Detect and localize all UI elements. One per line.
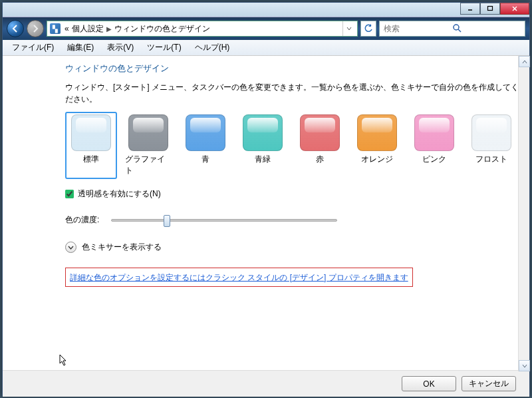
svg-line-5 xyxy=(458,29,461,32)
minimize-button[interactable] xyxy=(460,3,480,15)
cancel-button[interactable]: キャンセル xyxy=(462,376,516,391)
maximize-button[interactable] xyxy=(480,3,500,15)
menu-help[interactable]: ヘルプ(H) xyxy=(190,41,235,55)
page-title: ウィンドウの色とデザイン xyxy=(65,63,520,75)
ok-button[interactable]: OK xyxy=(402,376,456,391)
swatch-color-box xyxy=(186,114,225,151)
content-area: ウィンドウの色とデザイン ウィンドウ、[スタート] メニュー、タスクバーの色を変… xyxy=(3,56,529,370)
swatch-color-box xyxy=(300,114,340,151)
advanced-options-link[interactable]: 詳細な色のオプションを設定するにはクラシック スタイルの [デザイン] プロパテ… xyxy=(70,273,408,282)
breadcrumb-item[interactable]: 個人設定 xyxy=(72,23,104,35)
transparency-row: 透明感を有効にする(N) xyxy=(65,188,520,200)
vertical-scrollbar[interactable] xyxy=(518,56,529,371)
breadcrumb-prefix: « xyxy=(65,24,69,33)
advanced-link-highlight: 詳細な色のオプションを設定するにはクラシック スタイルの [デザイン] プロパテ… xyxy=(65,268,413,287)
transparency-checkbox[interactable] xyxy=(65,190,74,198)
color-swatch[interactable]: ピンク xyxy=(408,112,460,179)
breadcrumb: « 個人設定 ▶ ウィンドウの色とデザイン xyxy=(65,23,210,35)
color-swatch[interactable]: 青 xyxy=(180,112,231,179)
intensity-slider[interactable] xyxy=(111,219,337,222)
control-panel-icon: ▚ xyxy=(50,23,61,34)
page-description: ウィンドウ、[スタート] メニュー、タスクバーの色を変更できます。一覧から色を選… xyxy=(65,81,520,105)
transparency-label: 透明感を有効にする(N) xyxy=(78,188,161,200)
breadcrumb-item[interactable]: ウィンドウの色とデザイン xyxy=(114,23,210,35)
svg-rect-1 xyxy=(488,7,493,11)
scroll-up-button[interactable] xyxy=(519,56,530,67)
swatch-label: グラファイト xyxy=(125,154,172,176)
search-input[interactable]: 検索 xyxy=(379,21,525,37)
titlebar xyxy=(3,3,529,17)
search-placeholder: 検索 xyxy=(384,23,452,35)
swatch-color-box xyxy=(128,114,168,151)
address-bar[interactable]: ▚ « 個人設定 ▶ ウィンドウの色とデザイン xyxy=(47,21,358,37)
color-swatch-grid: 標準グラファイト青青緑赤オレンジピンクフロスト xyxy=(65,112,520,179)
menu-file[interactable]: ファイル(F) xyxy=(7,41,59,55)
swatch-color-box xyxy=(357,114,397,151)
swatch-color-box xyxy=(243,114,283,151)
swatch-label: 標準 xyxy=(83,154,99,165)
refresh-button[interactable] xyxy=(360,21,376,37)
color-mixer-expander[interactable]: 色ミキサーを表示する xyxy=(65,242,520,253)
swatch-color-box xyxy=(414,114,454,151)
window: ▚ « 個人設定 ▶ ウィンドウの色とデザイン 検索 ファイル(F) 編集(E)… xyxy=(2,2,530,396)
search-icon[interactable] xyxy=(452,23,521,35)
color-swatch[interactable]: オレンジ xyxy=(351,112,403,179)
color-swatch[interactable]: フロスト xyxy=(466,112,517,179)
swatch-label: 青緑 xyxy=(255,154,271,165)
chevron-down-icon xyxy=(65,242,76,253)
menu-bar: ファイル(F) 編集(E) 表示(V) ツール(T) ヘルプ(H) xyxy=(3,40,529,56)
color-swatch[interactable]: グラファイト xyxy=(122,112,174,179)
close-button[interactable] xyxy=(500,3,529,15)
swatch-color-box xyxy=(471,114,511,151)
svg-point-4 xyxy=(454,25,459,30)
mixer-label: 色ミキサーを表示する xyxy=(82,242,162,253)
menu-tools[interactable]: ツール(T) xyxy=(142,41,186,55)
swatch-label: 赤 xyxy=(316,154,324,165)
scroll-track[interactable] xyxy=(519,67,529,360)
intensity-label: 色の濃度: xyxy=(65,214,99,226)
color-swatch[interactable]: 青緑 xyxy=(237,112,289,179)
slider-thumb[interactable] xyxy=(164,215,170,227)
swatch-color-box xyxy=(71,114,111,151)
scroll-down-button[interactable] xyxy=(519,360,530,371)
dialog-footer: OK キャンセル xyxy=(3,370,529,397)
swatch-label: フロスト xyxy=(475,154,507,165)
address-dropdown[interactable] xyxy=(342,21,354,36)
forward-button[interactable] xyxy=(27,20,44,37)
swatch-label: ピンク xyxy=(422,154,446,165)
swatch-label: 青 xyxy=(201,154,209,165)
menu-edit[interactable]: 編集(E) xyxy=(62,41,99,55)
swatch-label: オレンジ xyxy=(361,154,393,165)
nav-row: ▚ « 個人設定 ▶ ウィンドウの色とデザイン 検索 xyxy=(3,17,529,40)
color-swatch[interactable]: 赤 xyxy=(294,112,346,179)
back-button[interactable] xyxy=(7,20,24,37)
chevron-right-icon: ▶ xyxy=(106,25,112,33)
intensity-row: 色の濃度: xyxy=(65,214,520,226)
color-swatch[interactable]: 標準 xyxy=(65,112,117,179)
menu-view[interactable]: 表示(V) xyxy=(102,41,139,55)
